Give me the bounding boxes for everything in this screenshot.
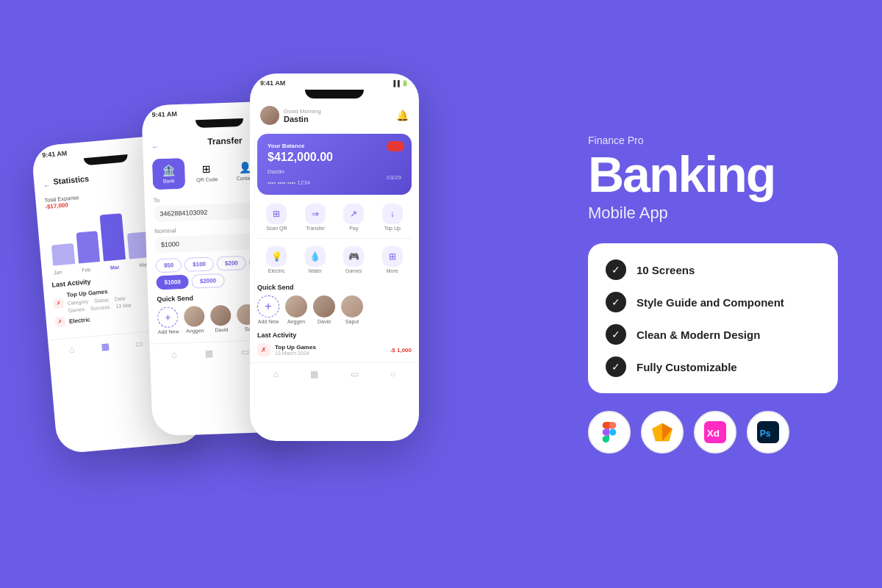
quick-send-title: Quick Send (257, 284, 412, 291)
phone1-time: 9:41 AM (42, 149, 68, 159)
saput-person-label: Saput (345, 319, 359, 324)
phone3-time: 9:41 AM (260, 79, 285, 87)
chip-2000[interactable]: $2000 (192, 273, 225, 289)
tab-qrcode-label: QR Code (196, 176, 218, 182)
transfer-icon: ⇒ (305, 204, 326, 224)
phone2-qs-add[interactable]: + Add New (157, 306, 179, 334)
phone3-nav: ⌂ ▦ ▭ ○ (250, 362, 419, 384)
action-pay[interactable]: ↗ Pay (343, 204, 364, 231)
david-label: David (215, 327, 228, 333)
feature-screens: ✓ 10 Screens (606, 259, 820, 280)
tool-sketch (641, 411, 684, 453)
chip-100[interactable]: $100 (184, 257, 214, 271)
card-number: •••• •••• •••• 1234 (268, 179, 310, 186)
phone2-back-icon[interactable]: ← (151, 143, 159, 151)
p3-nav-card[interactable]: ▭ (351, 369, 359, 379)
quick-send-row: + Add New Anggen David Saput (257, 295, 412, 324)
back-icon[interactable]: ← (43, 181, 51, 190)
toggle-button[interactable] (387, 141, 404, 151)
activity-icon-electric: ✗ (54, 316, 65, 327)
qs-add-new[interactable]: + Add New (257, 295, 279, 324)
feature-style-text: Style Guide and Component (637, 296, 784, 309)
add-new-avatar[interactable]: + (157, 306, 179, 328)
p3-nav-home[interactable]: ⌂ (273, 369, 279, 379)
phone2-qs-david[interactable]: David (210, 305, 232, 333)
scan-qr-label: Scan QR (266, 226, 287, 231)
action-scan-qr[interactable]: ⊞ Scan QR (266, 204, 287, 231)
david-person-label: David (318, 319, 331, 324)
check-icon-design: ✓ (606, 324, 626, 345)
xd-icon: Xd (704, 421, 726, 443)
anggen-avatar (184, 306, 205, 327)
saput-person-avatar (341, 295, 363, 318)
brand-subtitle: Mobile App (588, 204, 838, 223)
bar-mar (100, 213, 126, 261)
phone2-qs-anggen[interactable]: Anggen (184, 306, 205, 334)
pay-label: Pay (349, 226, 358, 231)
feature-custom-text: Fully Customizable (637, 361, 737, 373)
activity-name-electric: Electric (69, 316, 91, 324)
bar-feb (76, 231, 100, 263)
ps-icon: Ps (757, 421, 779, 443)
nav-card-icon[interactable]: ▭ (135, 338, 143, 349)
action-games[interactable]: 🎮 Games (343, 246, 364, 273)
tab-bank[interactable]: 🏦 Bank (152, 158, 185, 190)
chip-1000[interactable]: $1000 (156, 275, 189, 290)
action-water[interactable]: 💧 Water (305, 246, 326, 273)
home-username: Dastin (284, 115, 321, 123)
anggen-person-avatar (285, 295, 307, 318)
card-expiry: 03/29 (387, 174, 401, 181)
check-icon-custom: ✓ (606, 356, 626, 377)
qs-david[interactable]: David (313, 295, 335, 324)
sketch-icon (651, 422, 673, 442)
notification-icon[interactable]: 🔔 (396, 110, 409, 121)
svg-text:Ps: Ps (760, 429, 771, 439)
p3-nav-stats[interactable]: ▦ (310, 369, 318, 379)
p2-nav-card[interactable]: ▭ (241, 347, 249, 357)
scan-qr-icon: ⊞ (266, 204, 287, 224)
electric-label: Electric (268, 268, 285, 273)
svg-text:Xd: Xd (707, 428, 720, 439)
feature-custom: ✓ Fully Customizable (606, 356, 820, 377)
topup-icon: ↓ (382, 204, 403, 224)
nav-stats-icon[interactable]: ▦ (101, 341, 110, 352)
p2-nav-stats[interactable]: ▦ (205, 348, 213, 359)
last-activity-section: Last Activity ✗ Top Up Games 13 March 20… (250, 329, 419, 359)
transfer-label: Transfer (306, 226, 325, 231)
water-label: Water (309, 268, 322, 273)
chip-200[interactable]: $200 (217, 256, 246, 270)
balance-label: Your Balance (268, 143, 401, 149)
action-row-2: 💡 Electric 💧 Water 🎮 Games ⊞ More (250, 240, 419, 279)
action-more[interactable]: ⊞ More (382, 246, 403, 273)
action-transfer[interactable]: ⇒ Transfer (305, 204, 326, 231)
tab-qrcode[interactable]: ⊞ QR Code (190, 157, 223, 189)
last-activity-section-title: Last Activity (257, 331, 412, 339)
phone2-time: 9:41 AM (151, 110, 177, 118)
games-icon: 🎮 (343, 246, 364, 267)
anggen-label: Anggen (186, 328, 204, 334)
feature-style: ✓ Style Guide and Component (606, 292, 820, 312)
electric-icon: 💡 (266, 246, 287, 267)
chip-50[interactable]: $50 (155, 258, 182, 273)
tool-figma (588, 411, 631, 453)
label-jan: Jan (54, 269, 62, 275)
label-mar: Mar (110, 265, 120, 270)
more-label: More (387, 268, 398, 273)
topup-label: Top Up (384, 226, 401, 231)
act-topup-amount: -$ 1,000 (390, 347, 412, 354)
figma-icon (599, 422, 620, 442)
qs-saput[interactable]: Saput (341, 295, 363, 324)
home-header: Good Morning Dastin 🔔 (250, 100, 419, 131)
action-electric[interactable]: 💡 Electric (266, 246, 287, 273)
feature-design: ✓ Clean & Modern Design (606, 324, 820, 345)
brand-label: Finance Pro (588, 135, 838, 146)
p2-nav-home[interactable]: ⌂ (171, 349, 177, 359)
qs-anggen[interactable]: Anggen (285, 295, 307, 324)
action-topup[interactable]: ↓ Top Up (382, 204, 403, 231)
last-act-item-topup: ✗ Top Up Games 13 March 2024 -$ 1,000 (257, 343, 412, 356)
nav-home-icon[interactable]: ⌂ (69, 344, 75, 355)
p3-nav-profile[interactable]: ○ (390, 369, 395, 379)
pay-icon: ↗ (343, 204, 364, 224)
brand-title: Banking (588, 149, 838, 199)
activity-icon-topup: ✗ (53, 298, 64, 309)
